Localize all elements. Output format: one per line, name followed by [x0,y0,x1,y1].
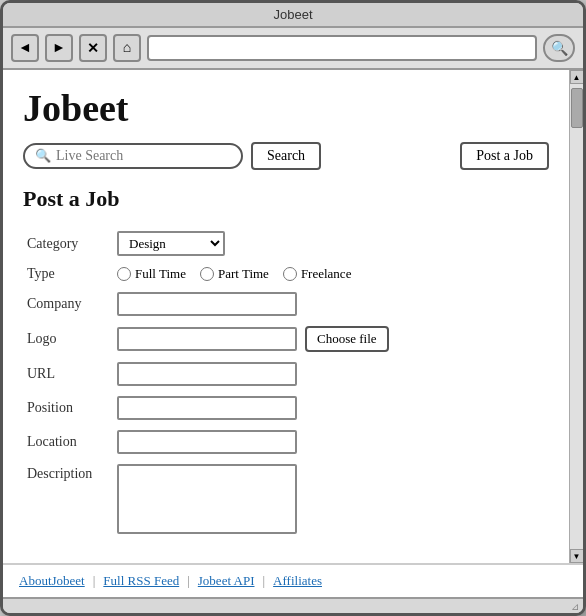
search-button[interactable]: Search [251,142,321,170]
type-radio-group: Full Time Part Time Freelance [117,266,545,282]
location-label: Location [23,425,113,459]
url-row: URL [23,357,549,391]
job-form: Category Design Programming Type [23,226,549,543]
footer-link-affiliates[interactable]: Affiliates [273,573,322,589]
freelance-radio[interactable] [283,267,297,281]
category-select[interactable]: Design Programming [117,231,225,256]
type-label: Type [23,261,113,287]
type-row: Type Full Time Part Time [23,261,549,287]
close-button[interactable]: ✕ [79,34,107,62]
url-input[interactable] [117,362,297,386]
page-area: Jobeet 🔍 Search Post a Job Post a Job Ca… [3,70,569,563]
search-bar-row: 🔍 Search Post a Job [23,142,549,170]
footer-link-about[interactable]: AboutJobeet [19,573,85,589]
description-row: Description [23,459,549,543]
location-row: Location [23,425,549,459]
search-input[interactable] [56,148,216,164]
toolbar-search-button[interactable]: 🔍 [543,34,575,62]
location-input[interactable] [117,430,297,454]
home-icon: ⌂ [123,40,131,56]
browser-title: Jobeet [273,7,312,22]
footer-link-api[interactable]: Jobeet API [198,573,255,589]
forward-icon: ► [52,40,66,56]
home-button[interactable]: ⌂ [113,34,141,62]
logo-input[interactable] [117,327,297,351]
site-title: Jobeet [23,86,549,130]
company-label: Company [23,287,113,321]
description-textarea[interactable] [117,464,297,534]
resize-handle-icon: ⊿ [571,601,579,612]
browser-titlebar: Jobeet [3,3,583,28]
company-input[interactable] [117,292,297,316]
footer-divider-1: | [93,573,96,589]
description-label: Description [23,459,113,543]
forward-button[interactable]: ► [45,34,73,62]
scroll-down-button[interactable]: ▼ [570,549,584,563]
footer-link-rss[interactable]: Full RSS Feed [103,573,179,589]
freelance-text: Freelance [301,266,352,282]
scroll-up-button[interactable]: ▲ [570,70,584,84]
browser-content: Jobeet 🔍 Search Post a Job Post a Job Ca… [3,70,583,563]
fulltime-label[interactable]: Full Time [117,266,186,282]
freelance-label[interactable]: Freelance [283,266,352,282]
url-label: URL [23,357,113,391]
footer-divider-3: | [263,573,266,589]
category-row: Category Design Programming [23,226,549,261]
fulltime-radio[interactable] [117,267,131,281]
back-button[interactable]: ◄ [11,34,39,62]
fulltime-text: Full Time [135,266,186,282]
close-icon: ✕ [87,40,99,57]
parttime-text: Part Time [218,266,269,282]
position-row: Position [23,391,549,425]
scrollbar-thumb[interactable] [571,88,583,128]
page-heading: Post a Job [23,186,549,212]
logo-label: Logo [23,321,113,357]
company-row: Company [23,287,549,321]
parttime-label[interactable]: Part Time [200,266,269,282]
browser-statusbar: ⊿ [3,597,583,613]
search-input-wrapper: 🔍 [23,143,243,169]
browser-window: Jobeet ◄ ► ✕ ⌂ 🔍 Jobeet 🔍 [0,0,586,616]
browser-toolbar: ◄ ► ✕ ⌂ 🔍 [3,28,583,70]
search-icon: 🔍 [35,148,51,164]
url-bar[interactable] [147,35,537,61]
parttime-radio[interactable] [200,267,214,281]
footer-divider-2: | [187,573,190,589]
category-label: Category [23,226,113,261]
logo-input-group: Choose file [117,326,545,352]
toolbar-search-icon: 🔍 [551,40,568,57]
logo-row: Logo Choose file [23,321,549,357]
post-job-nav-button[interactable]: Post a Job [460,142,549,170]
footer-links: AboutJobeet | Full RSS Feed | Jobeet API… [3,563,583,597]
scrollbar: ▲ ▼ [569,70,583,563]
position-input[interactable] [117,396,297,420]
back-icon: ◄ [18,40,32,56]
choose-file-button[interactable]: Choose file [305,326,389,352]
position-label: Position [23,391,113,425]
